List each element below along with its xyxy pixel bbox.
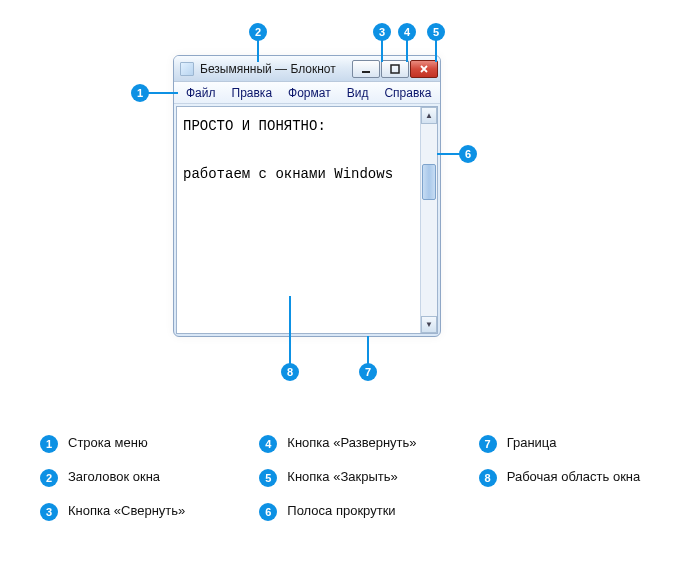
scroll-up-button[interactable]: ▲ <box>421 107 437 124</box>
legend-text: Кнопка «Свернуть» <box>68 503 185 519</box>
notepad-icon <box>180 62 194 76</box>
menu-file[interactable]: Файл <box>178 84 224 102</box>
menu-help[interactable]: Справка <box>376 84 439 102</box>
callout-6: 6 <box>459 145 477 163</box>
svg-rect-0 <box>362 71 370 73</box>
legend-row-4: 4 Кнопка «Развернуть» <box>259 435 460 453</box>
legend: 1 Строка меню 4 Кнопка «Развернуть» 7 Гр… <box>40 435 680 521</box>
callout-3: 3 <box>373 23 391 41</box>
legend-text: Полоса прокрутки <box>287 503 395 519</box>
legend-row-5: 5 Кнопка «Закрыть» <box>259 469 460 487</box>
text-line-2: работаем с окнами Windows <box>183 166 393 182</box>
svg-rect-1 <box>391 65 399 73</box>
legend-row-3: 3 Кнопка «Свернуть» <box>40 503 241 521</box>
lead-2 <box>257 40 259 62</box>
callout-1: 1 <box>131 84 149 102</box>
legend-num: 2 <box>40 469 58 487</box>
legend-text: Кнопка «Развернуть» <box>287 435 416 451</box>
lead-5 <box>435 40 437 62</box>
legend-num: 7 <box>479 435 497 453</box>
legend-text: Рабочая область окна <box>507 469 641 485</box>
legend-num: 8 <box>479 469 497 487</box>
legend-text: Строка меню <box>68 435 148 451</box>
window-controls <box>351 60 438 78</box>
legend-row-8: 8 Рабочая область окна <box>479 469 680 487</box>
legend-num: 6 <box>259 503 277 521</box>
legend-num: 3 <box>40 503 58 521</box>
maximize-button[interactable] <box>381 60 409 78</box>
menu-format[interactable]: Формат <box>280 84 339 102</box>
callout-5: 5 <box>427 23 445 41</box>
legend-num: 4 <box>259 435 277 453</box>
text-line-1: ПРОСТО И ПОНЯТНО: <box>183 118 326 134</box>
callout-7: 7 <box>359 363 377 381</box>
legend-text: Кнопка «Закрыть» <box>287 469 397 485</box>
lead-6 <box>437 153 461 155</box>
legend-row-6: 6 Полоса прокрутки <box>259 503 460 521</box>
callout-2: 2 <box>249 23 267 41</box>
menu-view[interactable]: Вид <box>339 84 377 102</box>
legend-row-1: 1 Строка меню <box>40 435 241 453</box>
window-title: Безымянный — Блокнот <box>200 62 351 76</box>
notepad-window: Безымянный — Блокнот Файл Правка Формат … <box>173 55 441 337</box>
legend-num: 5 <box>259 469 277 487</box>
legend-row-7: 7 Граница <box>479 435 680 453</box>
legend-row-2: 2 Заголовок окна <box>40 469 241 487</box>
lead-4 <box>406 40 408 62</box>
lead-3 <box>381 40 383 62</box>
scroll-track[interactable] <box>421 124 437 316</box>
close-button[interactable] <box>410 60 438 78</box>
titlebar[interactable]: Безымянный — Блокнот <box>174 56 440 82</box>
lead-1 <box>148 92 178 94</box>
callout-8: 8 <box>281 363 299 381</box>
scroll-thumb[interactable] <box>422 164 436 200</box>
callout-4: 4 <box>398 23 416 41</box>
lead-7 <box>367 336 369 364</box>
menu-bar: Файл Правка Формат Вид Справка <box>174 82 440 104</box>
legend-num: 1 <box>40 435 58 453</box>
legend-text: Заголовок окна <box>68 469 160 485</box>
legend-text: Граница <box>507 435 557 451</box>
lead-8 <box>289 296 291 364</box>
client-area: ПРОСТО И ПОНЯТНО: работаем с окнами Wind… <box>176 106 438 334</box>
scroll-down-button[interactable]: ▼ <box>421 316 437 333</box>
vertical-scrollbar[interactable]: ▲ ▼ <box>420 107 437 333</box>
menu-edit[interactable]: Правка <box>224 84 281 102</box>
minimize-button[interactable] <box>352 60 380 78</box>
text-area[interactable]: ПРОСТО И ПОНЯТНО: работаем с окнами Wind… <box>177 107 420 333</box>
